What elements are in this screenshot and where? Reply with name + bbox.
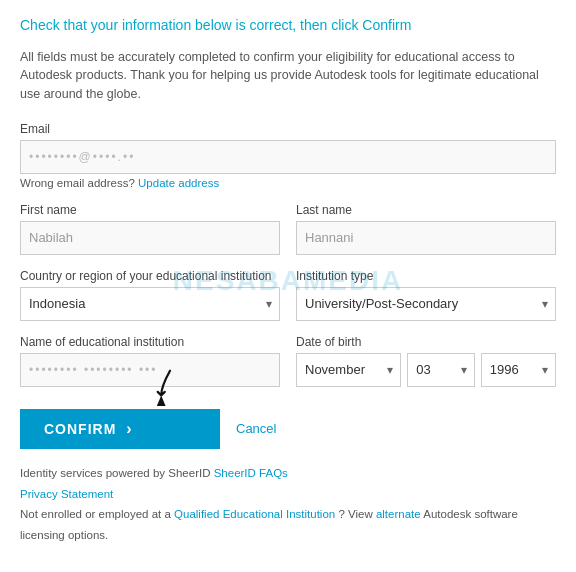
view-alternate-text: ? View	[338, 508, 372, 520]
institution-type-select-wrapper: University/Post-Secondary	[296, 287, 556, 321]
footer-identity-line: Identity services powered by SheerID She…	[20, 463, 556, 484]
footer-not-enrolled-line: Not enrolled or employed at a Qualified …	[20, 504, 556, 545]
footer-privacy-line: Privacy Statement	[20, 484, 556, 505]
last-name-label: Last name	[296, 203, 556, 217]
country-label: Country or region of your educational in…	[20, 269, 280, 283]
country-select-wrapper: Indonesia	[20, 287, 280, 321]
institution-name-label: Name of educational institution	[20, 335, 280, 349]
dob-day-select[interactable]: 010203 04050607 08091011 12131415 161718…	[407, 353, 475, 387]
footer-section: Identity services powered by SheerID She…	[20, 463, 556, 546]
name-row: First name Last name	[20, 203, 556, 269]
update-address-link[interactable]: Update address	[138, 177, 219, 189]
dob-day-wrapper: 010203 04050607 08091011 12131415 161718…	[407, 353, 475, 387]
institution-type-select[interactable]: University/Post-Secondary	[296, 287, 556, 321]
dob-field-group: Date of birth JanuaryFebruaryMarch April…	[296, 335, 556, 387]
arrow-icon	[150, 369, 190, 413]
wrong-email-text: Wrong email address? Update address	[20, 177, 556, 189]
first-name-input[interactable]	[20, 221, 280, 255]
confirm-section: CONFIRM › Cancel	[20, 409, 556, 449]
cancel-link[interactable]: Cancel	[236, 421, 276, 436]
email-field-group: Email Wrong email address? Update addres…	[20, 122, 556, 189]
country-institution-row: Country or region of your educational in…	[20, 269, 556, 335]
footer-identity-text: Identity services powered by SheerID	[20, 467, 210, 479]
last-name-input[interactable]	[296, 221, 556, 255]
page-header: Check that your information below is cor…	[20, 16, 556, 36]
institution-type-label: Institution type	[296, 269, 556, 283]
country-field-group: Country or region of your educational in…	[20, 269, 280, 321]
dob-label: Date of birth	[296, 335, 556, 349]
confirm-button[interactable]: CONFIRM ›	[20, 409, 220, 449]
alternate-link[interactable]: alternate	[376, 508, 421, 520]
dob-month-wrapper: JanuaryFebruaryMarch AprilMayJune JulyAu…	[296, 353, 401, 387]
svg-marker-0	[157, 395, 166, 406]
country-select[interactable]: Indonesia	[20, 287, 280, 321]
sheerid-faq-link[interactable]: SheerID FAQs	[214, 467, 288, 479]
email-label: Email	[20, 122, 556, 136]
dob-selects-row: JanuaryFebruaryMarch AprilMayJune JulyAu…	[296, 353, 556, 387]
dob-year-wrapper: 199419951996 199719981999 200020012002	[481, 353, 556, 387]
institution-type-field-group: Institution type University/Post-Seconda…	[296, 269, 556, 321]
dob-month-select[interactable]: JanuaryFebruaryMarch AprilMayJune JulyAu…	[296, 353, 401, 387]
institution-dob-row: Name of educational institution Date of …	[20, 335, 556, 401]
privacy-statement-link[interactable]: Privacy Statement	[20, 488, 113, 500]
last-name-field-group: Last name	[296, 203, 556, 255]
first-name-label: First name	[20, 203, 280, 217]
qualified-institution-link[interactable]: Qualified Educational Institution	[174, 508, 335, 520]
page-container: Check that your information below is cor…	[20, 16, 556, 546]
first-name-field-group: First name	[20, 203, 280, 255]
page-description: All fields must be accurately completed …	[20, 48, 556, 104]
dob-year-select[interactable]: 199419951996 199719981999 200020012002	[481, 353, 556, 387]
not-enrolled-text: Not enrolled or employed at a	[20, 508, 171, 520]
confirm-chevron-icon: ›	[126, 420, 132, 438]
email-input[interactable]	[20, 140, 556, 174]
confirm-button-label: CONFIRM	[44, 421, 116, 437]
arrow-indicator	[150, 369, 190, 416]
